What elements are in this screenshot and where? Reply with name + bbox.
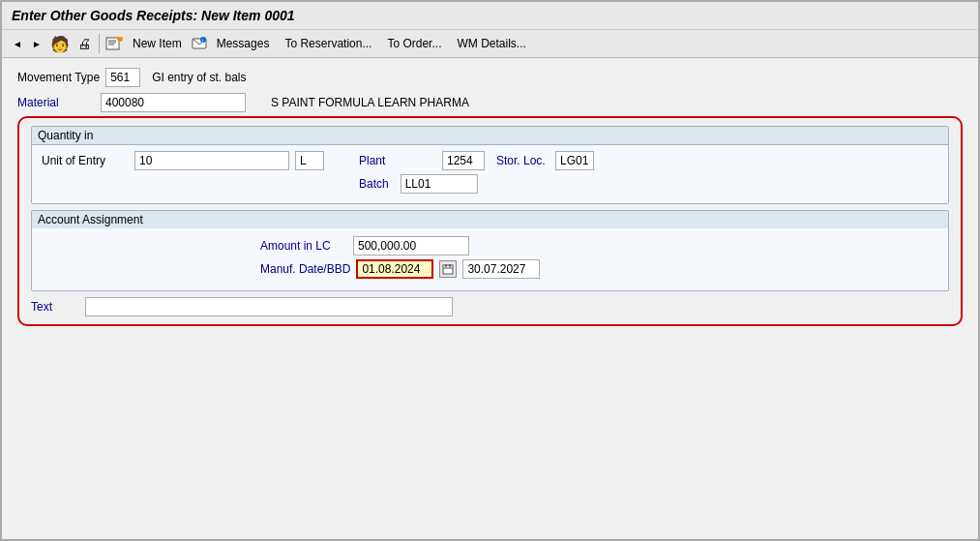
material-row: Material S PAINT FORMULA LEARN PHARMA <box>17 93 963 112</box>
to-reservation-button[interactable]: To Reservation... <box>279 35 377 52</box>
messages-button[interactable]: Messages <box>211 35 276 52</box>
account-assignment-body: Amount in LC Manuf. Date/BBD <box>32 228 948 290</box>
manuf-date-row: Manuf. Date/BBD <box>42 259 938 279</box>
text-input[interactable] <box>85 297 453 316</box>
material-input[interactable] <box>101 93 246 112</box>
batch-input[interactable] <box>401 174 478 194</box>
account-assignment-header: Account Assignment <box>32 211 948 228</box>
calendar-icon[interactable] <box>439 260 457 278</box>
quantity-inner-row: Unit of Entry Plant Stor. Loc. <box>42 151 938 170</box>
nav-forward-button[interactable]: ► <box>29 36 45 51</box>
messages-icon: i <box>192 37 207 50</box>
amount-lc-label: Amount in LC <box>260 239 347 253</box>
batch-row: Batch <box>42 174 938 194</box>
text-label: Text <box>31 300 79 314</box>
unit-of-entry-label: Unit of Entry <box>42 154 129 167</box>
svg-rect-8 <box>443 265 453 274</box>
content-area: Movement Type GI entry of st. bals Mater… <box>2 58 978 539</box>
movement-type-input[interactable] <box>105 68 140 87</box>
red-panel: Quantity in Unit of Entry Plant Stor. Lo… <box>17 116 963 326</box>
wm-details-button[interactable]: WM Details... <box>451 35 531 52</box>
printer-icon[interactable]: 🖨 <box>77 36 91 51</box>
unit-of-entry-input[interactable] <box>134 151 289 170</box>
movement-type-row: Movement Type GI entry of st. bals <box>17 68 963 87</box>
main-window: Enter Other Goods Receipts: New Item 000… <box>0 0 980 541</box>
person-icon: 🧑 <box>50 35 70 53</box>
amount-lc-input[interactable] <box>353 236 469 255</box>
window-title: Enter Other Goods Receipts: New Item 000… <box>12 8 295 23</box>
svg-text:i: i <box>202 38 203 43</box>
movement-type-label: Movement Type <box>17 71 100 84</box>
amount-lc-row: Amount in LC <box>42 236 938 255</box>
new-item-icon <box>105 37 123 51</box>
quantity-section-header: Quantity in <box>32 127 948 145</box>
nav-back-button[interactable]: ◄ <box>10 36 25 51</box>
unit-input[interactable] <box>295 151 324 170</box>
movement-type-desc: GI entry of st. bals <box>152 71 246 84</box>
quantity-section: Quantity in Unit of Entry Plant Stor. Lo… <box>31 126 949 204</box>
material-label: Material <box>17 96 95 109</box>
text-row: Text <box>31 297 949 316</box>
bbd-input[interactable] <box>462 259 540 279</box>
svg-rect-0 <box>106 38 119 49</box>
to-order-button[interactable]: To Order... <box>381 35 447 52</box>
toolbar-separator-1 <box>99 34 100 53</box>
material-desc: S PAINT FORMULA LEARN PHARMA <box>271 96 469 109</box>
account-assignment-section: Account Assignment Amount in LC Manuf. D… <box>31 210 949 291</box>
manuf-date-input[interactable] <box>356 259 433 279</box>
stor-loc-label: Stor. Loc. <box>496 154 549 167</box>
stor-loc-input[interactable] <box>555 151 594 170</box>
batch-label: Batch <box>359 177 389 191</box>
toolbar: ◄ ► 🧑 🖨 New Item i Me <box>2 30 978 58</box>
plant-input[interactable] <box>442 151 485 170</box>
title-bar: Enter Other Goods Receipts: New Item 000… <box>2 2 978 30</box>
new-item-button[interactable]: New Item <box>127 35 188 52</box>
manuf-date-label: Manuf. Date/BBD <box>260 262 350 276</box>
plant-label: Plant <box>359 154 436 167</box>
quantity-section-body: Unit of Entry Plant Stor. Loc. Batch <box>32 145 948 203</box>
